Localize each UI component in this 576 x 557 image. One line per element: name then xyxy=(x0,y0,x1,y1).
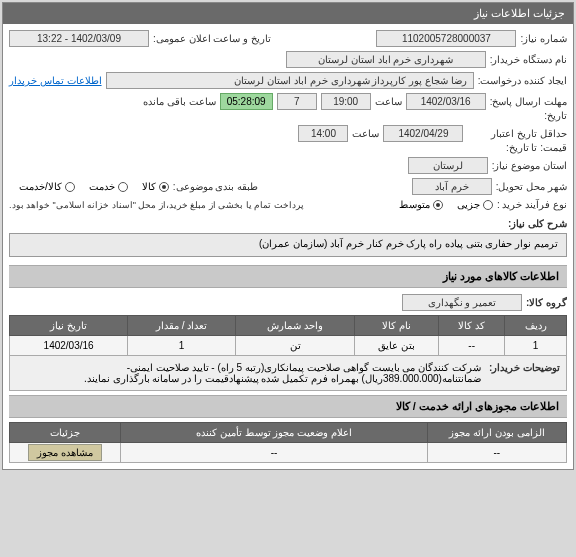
label-request-creator: ایجاد کننده درخواست: xyxy=(478,75,567,86)
panel-body: شماره نیاز: 1102005728000037 تاریخ و ساع… xyxy=(3,24,573,469)
cell-code: -- xyxy=(439,336,505,356)
label-price-until: قیمت: تا تاریخ: xyxy=(506,142,567,153)
section-goods-info: اطلاعات کالاهای مورد نیاز xyxy=(9,265,567,288)
radio-medium[interactable]: متوسط xyxy=(399,199,443,210)
field-announce-date: 1402/03/09 - 13:22 xyxy=(9,30,149,47)
field-credit-date: 1402/04/29 xyxy=(383,125,463,142)
cell-details: مشاهده مجوز xyxy=(10,443,121,463)
label-buyer-org: نام دستگاه خریدار: xyxy=(490,54,567,65)
label-remain: ساعت باقی مانده xyxy=(143,96,216,107)
label-need-no: شماره نیاز: xyxy=(520,33,567,44)
th-idx: ردیف xyxy=(505,316,567,336)
field-reply-date: 1402/03/16 xyxy=(406,93,486,110)
payment-note: پرداخت تمام یا بخشی از مبلغ خرید،از محل … xyxy=(9,200,304,210)
th-details: جزئیات xyxy=(10,423,121,443)
th-mandatory: الزامی بودن ارائه مجوز xyxy=(427,423,566,443)
th-code: کد کالا xyxy=(439,316,505,336)
label-province: استان موضوع نیاز: xyxy=(492,160,567,171)
radio-dot-icon xyxy=(65,182,75,192)
goods-table: ردیف کد کالا نام کالا واحد شمارش تعداد /… xyxy=(9,315,567,391)
view-permit-button[interactable]: مشاهده مجوز xyxy=(28,444,102,461)
section-permits: اطلاعات مجوزهای ارائه خدمت / کالا xyxy=(9,395,567,418)
link-buyer-contact[interactable]: اطلاعات تماس خریدار xyxy=(9,75,102,86)
label-buyer-notes: توضیحات خریدار: xyxy=(489,362,560,373)
table-row: -- -- مشاهده مجوز xyxy=(10,443,567,463)
th-name: نام کالا xyxy=(355,316,439,336)
th-status: اعلام وضعیت مجوز توسط تأمین کننده xyxy=(121,423,427,443)
th-unit: واحد شمارش xyxy=(235,316,355,336)
cell-name: بتن عایق xyxy=(355,336,439,356)
cell-status: -- xyxy=(121,443,427,463)
field-need-no: 1102005728000037 xyxy=(376,30,516,47)
table-header-row: الزامی بودن ارائه مجوز اعلام وضعیت مجوز … xyxy=(10,423,567,443)
field-city: خرم آباد xyxy=(412,178,492,195)
field-request-creator: رضا شجاع پور کارپرداز شهرداری خرم اباد ا… xyxy=(106,72,474,89)
buyer-notes-text: شرکت کنندگان می بایست گواهی صلاحیت پیمان… xyxy=(16,362,481,384)
table-header-row: ردیف کد کالا نام کالا واحد شمارش تعداد /… xyxy=(10,316,567,336)
label-hour1: ساعت xyxy=(375,96,402,107)
cell-mandatory: -- xyxy=(427,443,566,463)
need-details-panel: جزئیات اطلاعات نیاز شماره نیاز: 11020057… xyxy=(2,2,574,470)
field-reply-days: 7 xyxy=(277,93,317,110)
radio-service[interactable]: خدمت xyxy=(89,181,128,192)
th-date: تاریخ نیاز xyxy=(10,316,128,336)
th-qty: تعداد / مقدار xyxy=(128,316,236,336)
radio-partial[interactable]: جزیی xyxy=(457,199,493,210)
cell-qty: 1 xyxy=(128,336,236,356)
label-hour2: ساعت xyxy=(352,128,379,139)
field-goods-group: تعمیر و نگهداری xyxy=(402,294,522,311)
label-announce-date: تاریخ و ساعت اعلان عمومی: xyxy=(153,33,271,44)
field-reply-hour: 19:00 xyxy=(321,93,371,110)
radio-goods[interactable]: کالا xyxy=(142,181,169,192)
radio-dot-icon xyxy=(118,182,128,192)
field-credit-hour: 14:00 xyxy=(298,125,348,142)
buyer-notes-row: توضیحات خریدار: شرکت کنندگان می بایست گو… xyxy=(10,356,567,391)
label-need-desc: شرح کلی نیاز: xyxy=(508,218,567,229)
radio-dot-icon xyxy=(159,182,169,192)
label-date: تاریخ: xyxy=(544,110,567,121)
radio-dot-icon xyxy=(483,200,493,210)
field-buyer-org: شهرداری خرم اباد استان لرستان xyxy=(286,51,486,68)
label-goods-group: گروه کالا: xyxy=(526,297,567,308)
cell-unit: تن xyxy=(235,336,355,356)
panel-title: جزئیات اطلاعات نیاز xyxy=(3,3,573,24)
label-reply-deadline: مهلت ارسال پاسخ: xyxy=(490,96,567,107)
label-category: طبقه بندی موضوعی: xyxy=(173,181,258,192)
permits-table: الزامی بودن ارائه مجوز اعلام وضعیت مجوز … xyxy=(9,422,567,463)
cell-idx: 1 xyxy=(505,336,567,356)
table-row: 1 -- بتن عایق تن 1 1402/03/16 xyxy=(10,336,567,356)
radio-dot-icon xyxy=(433,200,443,210)
label-min-credit: حداقل تاریخ اعتبار xyxy=(491,128,567,139)
label-city: شهر محل تحویل: xyxy=(496,181,567,192)
field-remain-time: 05:28:09 xyxy=(220,93,273,110)
field-province: لرستان xyxy=(408,157,488,174)
radio-goods-service[interactable]: کالا/خدمت xyxy=(19,181,75,192)
label-purchase-type: نوع فرآیند خرید : xyxy=(497,199,567,210)
field-need-desc: ترمیم نوار حفاری بتنی پیاده راه پارک خرم… xyxy=(9,233,567,257)
cell-date: 1402/03/16 xyxy=(10,336,128,356)
